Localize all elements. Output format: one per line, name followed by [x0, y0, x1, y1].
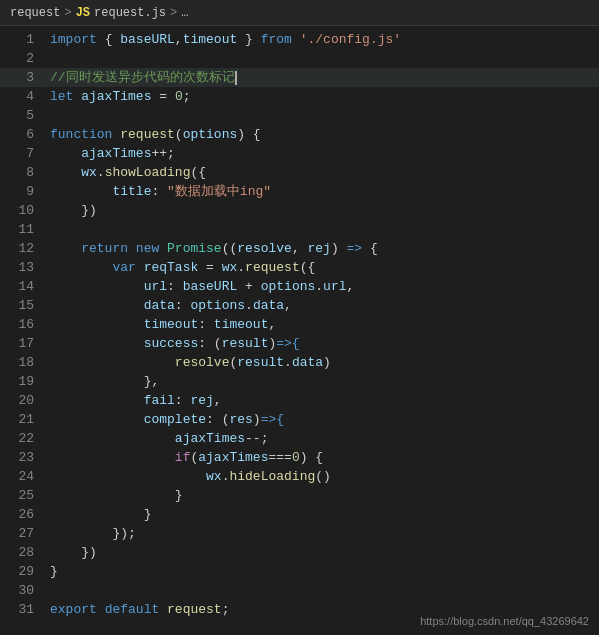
line-number: 5	[0, 106, 50, 125]
breadcrumb-js-label: JS	[76, 6, 90, 20]
code-line: 2	[0, 49, 599, 68]
line-number: 27	[0, 524, 50, 543]
line-content	[50, 220, 599, 239]
breadcrumb-sep-2: >	[170, 6, 177, 20]
line-number: 20	[0, 391, 50, 410]
line-content: title: "数据加载中ing"	[50, 182, 599, 201]
code-line: 5	[0, 106, 599, 125]
line-number: 7	[0, 144, 50, 163]
code-line: 13 var reqTask = wx.request({	[0, 258, 599, 277]
line-content: import { baseURL,timeout } from './confi…	[50, 30, 599, 49]
line-number: 6	[0, 125, 50, 144]
line-number: 4	[0, 87, 50, 106]
code-line: 1import { baseURL,timeout } from './conf…	[0, 30, 599, 49]
line-number: 1	[0, 30, 50, 49]
line-content	[50, 49, 599, 68]
line-content	[50, 581, 599, 600]
line-number: 24	[0, 467, 50, 486]
code-line: 22 ajaxTimes--;	[0, 429, 599, 448]
line-content: //同时发送异步代码的次数标记	[50, 68, 599, 87]
line-number: 17	[0, 334, 50, 353]
line-number: 13	[0, 258, 50, 277]
line-number: 9	[0, 182, 50, 201]
line-content: success: (result)=>{	[50, 334, 599, 353]
line-number: 16	[0, 315, 50, 334]
watermark: https://blog.csdn.net/qq_43269642	[420, 615, 589, 627]
line-content: })	[50, 543, 599, 562]
code-line: 21 complete: (res)=>{	[0, 410, 599, 429]
breadcrumb-request: request	[10, 6, 60, 20]
code-line: 20 fail: rej,	[0, 391, 599, 410]
line-content: if(ajaxTimes===0) {	[50, 448, 599, 467]
line-content: function request(options) {	[50, 125, 599, 144]
line-content: ajaxTimes--;	[50, 429, 599, 448]
code-line: 7 ajaxTimes++;	[0, 144, 599, 163]
line-content: let ajaxTimes = 0;	[50, 87, 599, 106]
line-content: wx.hideLoading()	[50, 467, 599, 486]
line-number: 15	[0, 296, 50, 315]
code-line: 28 })	[0, 543, 599, 562]
code-line: 14 url: baseURL + options.url,	[0, 277, 599, 296]
line-content: data: options.data,	[50, 296, 599, 315]
code-line: 19 },	[0, 372, 599, 391]
line-number: 18	[0, 353, 50, 372]
code-line: 3//同时发送异步代码的次数标记	[0, 68, 599, 87]
text-cursor	[235, 71, 237, 85]
line-content: wx.showLoading({	[50, 163, 599, 182]
code-line: 24 wx.hideLoading()	[0, 467, 599, 486]
code-editor: 1import { baseURL,timeout } from './conf…	[0, 26, 599, 635]
line-content: }	[50, 505, 599, 524]
breadcrumb-filename: request.js	[94, 6, 166, 20]
line-number: 3	[0, 68, 50, 87]
line-number: 29	[0, 562, 50, 581]
code-line: 11	[0, 220, 599, 239]
line-content: var reqTask = wx.request({	[50, 258, 599, 277]
code-line: 26 }	[0, 505, 599, 524]
line-number: 11	[0, 220, 50, 239]
code-line: 8 wx.showLoading({	[0, 163, 599, 182]
code-line: 15 data: options.data,	[0, 296, 599, 315]
line-number: 25	[0, 486, 50, 505]
line-content: return new Promise((resolve, rej) => {	[50, 239, 599, 258]
line-number: 19	[0, 372, 50, 391]
line-content: timeout: timeout,	[50, 315, 599, 334]
line-content: ajaxTimes++;	[50, 144, 599, 163]
code-line: 10 })	[0, 201, 599, 220]
line-number: 2	[0, 49, 50, 68]
code-line: 29}	[0, 562, 599, 581]
line-content: fail: rej,	[50, 391, 599, 410]
line-content: complete: (res)=>{	[50, 410, 599, 429]
line-number: 23	[0, 448, 50, 467]
line-content: }	[50, 562, 599, 581]
line-content: }	[50, 486, 599, 505]
code-line: 18 resolve(result.data)	[0, 353, 599, 372]
line-number: 8	[0, 163, 50, 182]
line-number: 26	[0, 505, 50, 524]
line-content: },	[50, 372, 599, 391]
code-line: 12 return new Promise((resolve, rej) => …	[0, 239, 599, 258]
line-number: 21	[0, 410, 50, 429]
code-line: 16 timeout: timeout,	[0, 315, 599, 334]
line-number: 12	[0, 239, 50, 258]
code-line: 23 if(ajaxTimes===0) {	[0, 448, 599, 467]
line-number: 31	[0, 600, 50, 619]
code-lines: 1import { baseURL,timeout } from './conf…	[0, 26, 599, 623]
code-line: 4let ajaxTimes = 0;	[0, 87, 599, 106]
line-content: url: baseURL + options.url,	[50, 277, 599, 296]
line-number: 22	[0, 429, 50, 448]
breadcrumb-bar: request > JS request.js > …	[0, 0, 599, 26]
code-line: 6function request(options) {	[0, 125, 599, 144]
line-content: })	[50, 201, 599, 220]
line-number: 10	[0, 201, 50, 220]
line-content: resolve(result.data)	[50, 353, 599, 372]
line-number: 14	[0, 277, 50, 296]
code-line: 9 title: "数据加载中ing"	[0, 182, 599, 201]
code-line: 27 });	[0, 524, 599, 543]
line-content	[50, 106, 599, 125]
line-content: });	[50, 524, 599, 543]
code-line: 25 }	[0, 486, 599, 505]
line-number: 28	[0, 543, 50, 562]
code-line: 30	[0, 581, 599, 600]
breadcrumb-dots: …	[181, 6, 188, 20]
breadcrumb-sep-1: >	[64, 6, 71, 20]
